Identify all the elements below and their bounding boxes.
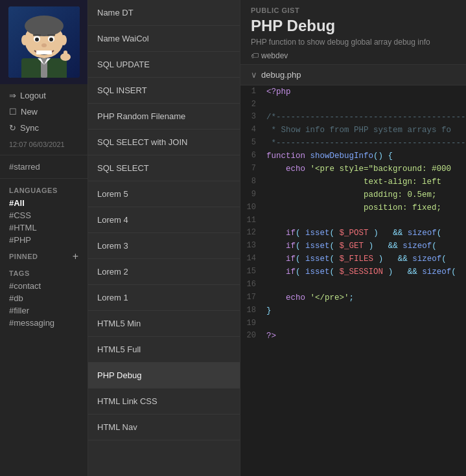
line-number: 12: [240, 227, 264, 240]
gist-items-container: Name DTName WaiColSQL UPDATESQL INSERTPH…: [88, 0, 240, 440]
tags-title: TAGS: [9, 269, 78, 277]
svg-point-5: [35, 38, 39, 41]
code-line: 20?>: [240, 330, 466, 343]
code-line: 2: [240, 98, 466, 111]
line-number: 4: [240, 124, 264, 137]
code-line: 7 echo '<pre style="background: #000: [240, 163, 466, 176]
main-title: PHP Debug: [251, 17, 456, 35]
gist-item-phprandom[interactable]: PHP Random Filename: [88, 104, 240, 130]
svg-point-11: [21, 35, 28, 45]
code-line: 4 * Show info from PHP system arrays fo: [240, 124, 466, 137]
svg-point-12: [60, 35, 67, 45]
add-pinned-button[interactable]: +: [73, 251, 78, 262]
gist-item-html5full[interactable]: HTML5 Full: [88, 337, 240, 363]
sync-label: Sync: [20, 123, 39, 133]
line-number: 3: [240, 111, 264, 124]
sidebar-tag-db[interactable]: #db: [9, 292, 78, 304]
gist-item-sqlselect[interactable]: SQL SELECT: [88, 155, 240, 181]
line-content: }: [264, 304, 466, 317]
logout-button[interactable]: ⇒ Logout: [5, 88, 82, 103]
sidebar-actions: ⇒ Logout ☐ New ↻ Sync: [0, 84, 87, 139]
divider-2: [0, 178, 87, 179]
gist-item-sqlselect_join[interactable]: SQL SELECT with JOIN: [88, 130, 240, 155]
code-line: 14 if( isset( $_FILES ) && sizeof(: [240, 253, 466, 266]
line-content: [264, 317, 466, 330]
gist-item-lorem1[interactable]: Lorem 1: [88, 285, 240, 311]
code-lines-container: 1<?php23/*------------------------------…: [240, 85, 466, 343]
sidebar: ⇒ Logout ☐ New ↻ Sync 12:07 06/03/2021 #…: [0, 0, 88, 476]
sidebar-tag-filler[interactable]: #filler: [9, 304, 78, 317]
line-content: echo '</pre>';: [264, 291, 466, 304]
starred-filter[interactable]: #starred: [0, 158, 87, 176]
tags-list: #contact#db#filler#messaging: [9, 280, 78, 329]
sidebar-lang-css[interactable]: #CSS: [0, 209, 87, 221]
line-content: *---------------------------------------…: [264, 137, 466, 150]
svg-rect-18: [64, 51, 67, 58]
file-name: debug.php: [261, 70, 301, 80]
public-gist-label: PUBLIC GIST: [251, 6, 456, 14]
sync-button[interactable]: ↻ Sync: [5, 120, 82, 135]
line-number: 8: [240, 176, 264, 188]
logout-icon: ⇒: [9, 91, 16, 100]
gist-item-namewai[interactable]: Name WaiCol: [88, 26, 240, 52]
sidebar-lang-php[interactable]: #PHP: [0, 234, 87, 246]
sidebar-lang-all[interactable]: #All: [0, 197, 87, 209]
code-line: 12 if( isset( $_POST ) && sizeof(: [240, 227, 466, 240]
code-line: 17 echo '</pre>';: [240, 291, 466, 304]
line-content: position: fixed;: [264, 201, 466, 214]
line-number: 15: [240, 266, 264, 278]
line-content: if( isset( $_FILES ) && sizeof(: [264, 253, 466, 266]
tag-icon: 🏷: [251, 51, 259, 60]
line-content: echo '<pre style="background: #000: [264, 163, 466, 176]
line-content: text-align: left: [264, 176, 466, 188]
sidebar-tag-contact[interactable]: #contact: [9, 280, 78, 292]
gist-item-sqlinsert[interactable]: SQL INSERT: [88, 78, 240, 104]
tag-label: webdev: [261, 51, 288, 60]
code-line: 5 *-------------------------------------…: [240, 137, 466, 150]
code-line: 11: [240, 214, 466, 227]
code-area[interactable]: 1<?php23/*------------------------------…: [240, 85, 466, 476]
pinned-title: PINNED: [9, 253, 38, 260]
gist-item-htmlnav[interactable]: HTML Nav: [88, 414, 240, 440]
gist-item-lorem2[interactable]: Lorem 2: [88, 259, 240, 285]
line-content: padding: 0.5em;: [264, 188, 466, 201]
svg-point-6: [49, 38, 53, 41]
gist-item-html5min[interactable]: HTML5 Min: [88, 311, 240, 337]
file-chevron-icon: ∨: [251, 70, 257, 80]
gist-item-lorem5[interactable]: Lorem 5: [88, 181, 240, 207]
gist-item-htmllinkcss[interactable]: HTML Link CSS: [88, 389, 240, 414]
sidebar-lang-html[interactable]: #HTML: [0, 221, 87, 234]
gist-item-lorem3[interactable]: Lorem 3: [88, 233, 240, 259]
sidebar-tag-messaging[interactable]: #messaging: [9, 317, 78, 329]
gist-item-sqlupdate[interactable]: SQL UPDATE: [88, 52, 240, 78]
code-line: 18}: [240, 304, 466, 317]
datetime-display: 12:07 06/03/2021: [0, 139, 87, 152]
line-number: 9: [240, 188, 264, 201]
line-content: <?php: [264, 85, 466, 98]
main-content: PUBLIC GIST PHP Debug PHP function to sh…: [240, 0, 466, 476]
gist-item-lorem4[interactable]: Lorem 4: [88, 207, 240, 233]
line-content: [264, 214, 466, 227]
languages-list: #All#CSS#HTML#PHP: [0, 197, 87, 246]
file-header[interactable]: ∨ debug.php: [240, 65, 466, 85]
svg-rect-7: [33, 34, 41, 36]
new-label: New: [21, 107, 38, 117]
sync-icon: ↻: [9, 123, 16, 133]
code-line: 8 text-align: left: [240, 176, 466, 188]
line-number: 20: [240, 330, 264, 343]
line-number: 6: [240, 150, 264, 163]
line-content: if( isset( $_SESSION ) && sizeof(: [264, 266, 466, 278]
line-number: 5: [240, 137, 264, 150]
line-number: 19: [240, 317, 264, 330]
code-line: 1<?php: [240, 85, 466, 98]
gist-item-phpdebug[interactable]: PHP Debug: [88, 363, 240, 389]
gist-item-namedt[interactable]: Name DT: [88, 0, 240, 26]
code-line: 9 padding: 0.5em;: [240, 188, 466, 201]
line-number: 13: [240, 240, 264, 253]
new-button[interactable]: ☐ New: [5, 104, 82, 119]
line-number: 1: [240, 85, 264, 98]
tags-section: TAGS #contact#db#filler#messaging: [0, 264, 87, 332]
avatar: [8, 6, 80, 78]
line-number: 11: [240, 214, 264, 227]
line-content: ?>: [264, 330, 466, 343]
